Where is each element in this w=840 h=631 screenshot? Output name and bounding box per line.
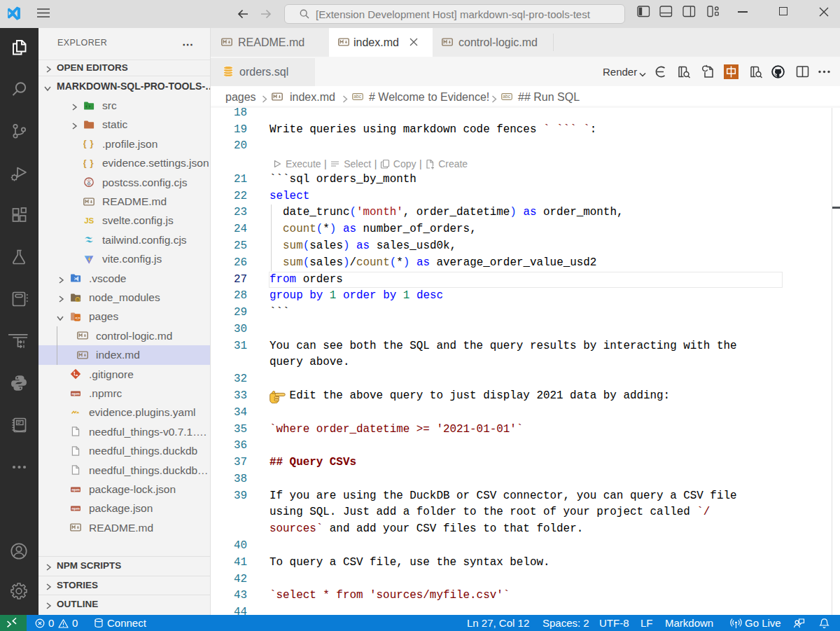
svg-text:<>: <> — [75, 315, 80, 320]
svg-text:abc: abc — [354, 94, 361, 99]
svg-text:}: } — [90, 138, 94, 148]
svg-text:}: } — [90, 158, 94, 168]
svg-text:npm: npm — [71, 391, 80, 396]
svg-text:{: { — [83, 158, 87, 168]
svg-text:npm: npm — [71, 487, 80, 492]
svg-text:JS: JS — [84, 216, 94, 225]
svg-text:{: { — [83, 138, 87, 148]
svg-text:npm: npm — [71, 506, 80, 511]
svg-text:abc: abc — [503, 94, 510, 99]
svg-text:n: n — [76, 297, 79, 302]
